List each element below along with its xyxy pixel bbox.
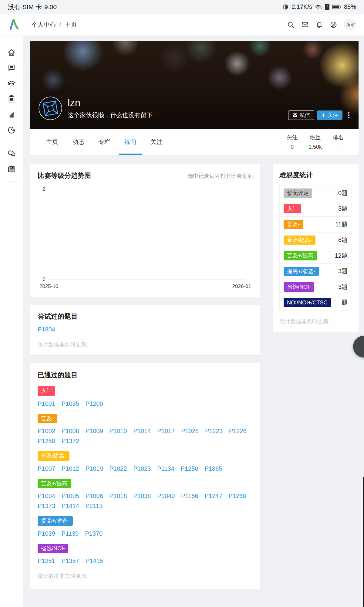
bell-icon[interactable] xyxy=(315,21,323,29)
problem-link[interactable]: P1134 xyxy=(157,465,174,472)
problem-link[interactable]: P1040 xyxy=(157,493,175,500)
luogu-logo[interactable] xyxy=(8,19,19,31)
user-avatar[interactable]: lkjy xyxy=(344,18,357,31)
difficulty-row: 普及- 11题 xyxy=(280,217,352,232)
problem-link[interactable]: P1357 xyxy=(62,558,79,565)
problem-link[interactable]: P1023 xyxy=(133,465,151,472)
tab-following[interactable]: 关注 xyxy=(149,129,164,155)
problem-link[interactable]: P1372 xyxy=(62,438,79,445)
wifi-icon xyxy=(315,4,322,10)
problem-link[interactable]: P1415 xyxy=(86,558,103,565)
problem-link[interactable]: P1001 xyxy=(38,400,55,407)
problem-link[interactable]: P1414 xyxy=(62,503,79,510)
problem-link[interactable]: P1014 xyxy=(133,428,151,435)
problem-link[interactable]: P1028 xyxy=(181,428,199,435)
profile-username: lzn xyxy=(68,97,153,108)
problem-link[interactable]: P1038 xyxy=(133,493,151,500)
tab-practice[interactable]: 练习 xyxy=(123,129,138,155)
mail-icon[interactable] xyxy=(301,21,309,29)
problem-link[interactable]: P1009 xyxy=(86,428,103,435)
sidebar-item-training[interactable] xyxy=(6,78,17,89)
stat-item[interactable]: 粉丝 1.50k xyxy=(308,134,322,150)
problem-link[interactable]: P1008 xyxy=(62,428,79,435)
problem-link[interactable]: P1251 xyxy=(38,558,55,565)
tab-home[interactable]: 主页 xyxy=(45,129,59,155)
problem-link[interactable]: P1247 xyxy=(204,493,222,500)
problem-link[interactable]: P1200 xyxy=(86,400,103,407)
problem-link[interactable]: P1258 xyxy=(38,438,55,445)
problem-link[interactable]: P1373 xyxy=(38,503,55,510)
problem-link[interactable]: P1223 xyxy=(205,428,223,435)
more-options-icon[interactable] xyxy=(348,112,350,118)
problem-link[interactable]: P1019 xyxy=(86,465,103,472)
sidebar-item-articles[interactable] xyxy=(6,163,17,175)
breadcrumb-separator: / xyxy=(59,21,61,28)
problem-link[interactable]: P1370 xyxy=(85,530,103,537)
pencil-circle-icon[interactable] xyxy=(330,21,337,29)
profile-card: lzn 这个家伙很懒，什么也没有留下 私信 关注 主页 动态 专栏 练习 xyxy=(30,41,359,155)
difficulty-row: 省选/NOI- 3题 xyxy=(280,279,352,295)
home-icon xyxy=(7,48,16,57)
problem-link[interactable]: P1268 xyxy=(228,493,246,500)
app-header: 个人中心 / 主页 lkjy xyxy=(0,14,364,36)
difficulty-tag: 普及- xyxy=(284,220,303,229)
problem-link[interactable]: P1156 xyxy=(181,493,198,500)
sim-alert-icon: ! xyxy=(325,4,329,10)
data-saver-icon xyxy=(282,4,289,10)
difficulty-group: 普及/提高- P1007P1012P1019P1022P1023P1134P12… xyxy=(38,451,253,472)
problem-link[interactable]: P1139 xyxy=(62,530,79,537)
sidebar-item-home[interactable] xyxy=(6,47,17,58)
carrier-text: 没有 SIM 卡 xyxy=(8,3,42,11)
difficulty-group: 提高+/省选- P1039P1139P1370 xyxy=(38,516,253,537)
problem-link[interactable]: P1022 xyxy=(110,465,127,472)
chat-icon xyxy=(7,149,16,158)
difficulty-tag: 提高+/省选- xyxy=(38,516,73,526)
sidebar-item-ranking[interactable] xyxy=(6,109,17,120)
problem-link[interactable]: P1006 xyxy=(86,493,103,500)
problem-link[interactable]: P1017 xyxy=(157,428,175,435)
y-axis-tick-max: 2 xyxy=(38,186,46,192)
problem-link[interactable]: P1865 xyxy=(204,465,222,472)
message-button[interactable]: 私信 xyxy=(288,110,314,120)
battery-icon xyxy=(332,5,341,9)
clock-text: 9:00 xyxy=(44,3,57,11)
stat-item[interactable]: 关注 0 xyxy=(285,134,299,150)
problem-link[interactable]: P2113 xyxy=(86,503,103,510)
battery-percent-text: 85% xyxy=(344,3,356,10)
problem-link[interactable]: P1004 xyxy=(38,493,55,500)
problem-link[interactable]: P1039 xyxy=(38,530,55,537)
sidebar-item-contests[interactable] xyxy=(6,93,17,105)
sidebar-item-discuss[interactable] xyxy=(6,148,17,159)
rating-chart-plot[interactable] xyxy=(48,189,245,280)
tab-articles[interactable]: 专栏 xyxy=(97,129,112,155)
pie-chart-icon xyxy=(7,125,16,134)
difficulty-count: 12题 xyxy=(335,252,348,260)
difficulty-tag: 普及+/提高 xyxy=(38,479,71,488)
stat-item[interactable]: 排名 - xyxy=(331,134,345,150)
rating-chart-card: 比赛等级分趋势图 选中记录后可打开比赛页面 2 0 2025-10 2026-0… xyxy=(30,164,260,297)
difficulty-tag: 普及+/提高 xyxy=(284,251,317,260)
difficulty-tag: 提高+/省选- xyxy=(284,267,319,276)
difficulty-group: 普及+/提高 P1004P1005P1006P1018P1038P1040P11… xyxy=(38,479,253,510)
problem-link[interactable]: P1002 xyxy=(38,428,55,435)
difficulty-tag: 普及/提高- xyxy=(38,451,69,461)
scrollbar-thumb[interactable] xyxy=(363,477,364,607)
sidebar-item-problems[interactable] xyxy=(6,62,17,74)
problem-link[interactable]: P1250 xyxy=(181,465,198,472)
problem-link[interactable]: P1012 xyxy=(62,465,79,472)
problem-link[interactable]: P1007 xyxy=(38,465,55,472)
problem-link[interactable]: P1018 xyxy=(110,493,127,500)
problem-link[interactable]: P1804 xyxy=(38,326,55,333)
difficulty-row: 暂无评定 0题 xyxy=(280,185,352,201)
tab-activity[interactable]: 动态 xyxy=(71,129,86,155)
sidebar-item-statistics[interactable] xyxy=(6,124,17,136)
follow-button[interactable]: 关注 xyxy=(317,110,342,120)
search-icon[interactable] xyxy=(287,21,295,29)
problem-link[interactable]: P1005 xyxy=(62,493,79,500)
problem-link[interactable]: P1226 xyxy=(229,428,247,435)
difficulty-tag: 入门 xyxy=(284,204,301,214)
stats-disclaimer: 统计数据非实时更新。 xyxy=(38,341,253,348)
problem-link[interactable]: P1035 xyxy=(62,400,79,407)
breadcrumb-section[interactable]: 个人中心 xyxy=(32,21,56,29)
problem-link[interactable]: P1010 xyxy=(110,428,127,435)
